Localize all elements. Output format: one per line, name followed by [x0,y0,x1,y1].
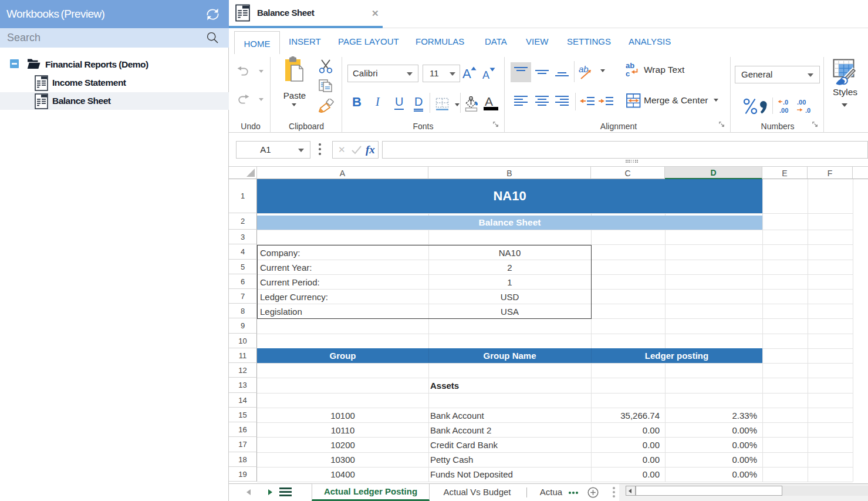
svg-text:ab: ab [579,64,589,74]
svg-text:.0: .0 [783,99,788,106]
svg-text:.00: .00 [779,107,788,114]
svg-text:ab: ab [626,62,634,70]
svg-text:.00: .00 [797,99,806,106]
svg-text:c: c [626,69,630,78]
svg-text:.0: .0 [805,107,810,114]
